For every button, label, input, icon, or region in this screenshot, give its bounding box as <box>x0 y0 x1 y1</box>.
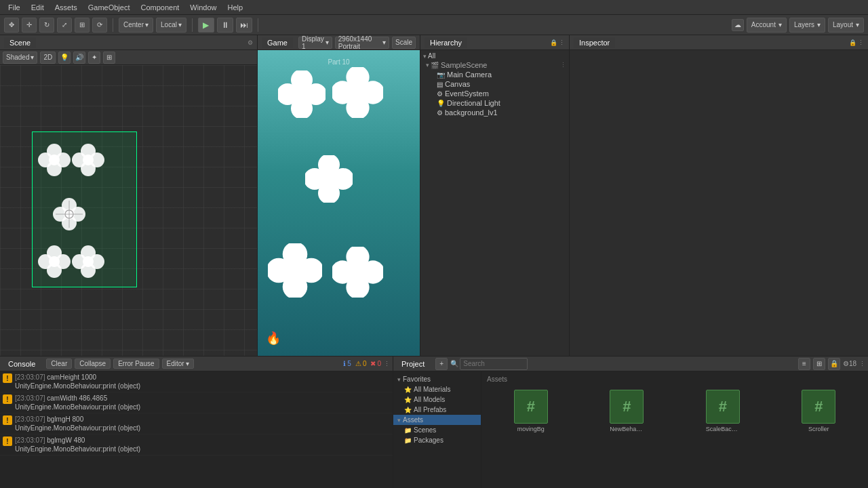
console-entry-3[interactable]: ! [23:03:07] bglmgW 480 UnityEngine.Mono… <box>0 434 393 455</box>
tab-game[interactable]: Game <box>262 37 293 48</box>
hier-eventsystem[interactable]: ⚙ EventSystem <box>420 89 569 98</box>
tab-console[interactable]: Console <box>3 359 41 369</box>
proj-assets-header[interactable]: ▾ Assets <box>393 415 481 425</box>
game-content[interactable]: Part 10 <box>258 50 420 356</box>
pivot-label: Center <box>123 21 144 28</box>
proj-all-prefabs[interactable]: ⭐ All Prefabs <box>393 405 481 415</box>
scene-toolbar: Shaded▾ 2D 💡 🔊 ✦ ⊞ <box>0 50 257 65</box>
create-button[interactable]: + <box>435 358 448 370</box>
2d-toggle[interactable]: 2D <box>40 52 56 64</box>
account-dropdown[interactable]: Account▾ <box>747 18 787 33</box>
hier-canvas[interactable]: ▤ Canvas <box>420 79 569 89</box>
play-button[interactable]: ▶ <box>198 18 214 33</box>
layout-label: Layout <box>833 21 853 28</box>
tab-hierarchy[interactable]: Hierarchy <box>425 37 467 48</box>
console-panel: Console Clear Collapse Error Pause Edito… <box>0 357 393 488</box>
layers-dropdown[interactable]: Layers▾ <box>789 18 825 33</box>
hier-main-camera[interactable]: 📷 Main Camera <box>420 70 569 79</box>
scene-content[interactable] <box>0 65 257 356</box>
effects-btn[interactable]: ✦ <box>88 52 100 64</box>
asset-icon-newbehav: # <box>610 390 644 424</box>
asset-scroller[interactable]: # Scroller <box>772 387 866 435</box>
proj-favorites-label: Favorites <box>403 375 431 383</box>
console-text-0: [23:03:07] camHeight 1000 UnityEngine.Mo… <box>15 373 140 390</box>
menu-gameobject[interactable]: GameObject <box>83 2 136 13</box>
hier-label-canvas: Canvas <box>445 80 470 88</box>
tool-move[interactable]: ✛ <box>22 18 37 33</box>
tool-rotate[interactable]: ↻ <box>39 18 54 33</box>
project-search[interactable] <box>460 358 528 370</box>
gizmos-btn[interactable]: ⊞ <box>103 52 115 64</box>
tool-hand[interactable]: ✥ <box>4 18 19 33</box>
console-entry-1[interactable]: ! [23:03:07] camWidth 486.4865 UnityEngi… <box>0 392 393 413</box>
svg-point-22 <box>49 256 60 267</box>
tab-inspector[interactable]: Inspector <box>574 37 615 48</box>
project-lock-btn[interactable]: 🔒 <box>828 358 840 370</box>
proj-scenes[interactable]: 📁 Scenes <box>393 425 481 435</box>
console-options[interactable]: ⋮ <box>384 361 390 367</box>
menu-assets[interactable]: Assets <box>50 2 83 13</box>
tool-rect[interactable]: ⊞ <box>75 18 90 33</box>
badge-info: ℹ 5 <box>343 360 351 367</box>
cloud-icon[interactable]: ☁ <box>732 19 744 31</box>
asset-movingbg[interactable]: # movingBg <box>484 387 578 435</box>
shading-label: Shaded <box>6 54 29 61</box>
svg-point-4 <box>49 155 60 165</box>
layout-dropdown[interactable]: Layout▾ <box>828 18 864 33</box>
console-entry-0[interactable]: ! [23:03:07] camHeight 1000 UnityEngine.… <box>0 371 393 392</box>
menu-component[interactable]: Component <box>135 2 184 13</box>
badge-error: ✖ 0 <box>370 360 381 367</box>
collapse-button[interactable]: Collapse <box>75 359 111 369</box>
asset-newbehav[interactable]: # NewBehav... <box>580 387 674 435</box>
hier-dirlight[interactable]: 💡 Directional Light <box>420 98 569 108</box>
console-entry-2[interactable]: ! [23:03:07] bglmgH 800 UnityEngine.Mono… <box>0 413 393 434</box>
hier-background[interactable]: ⚙ background_lv1 <box>420 108 569 117</box>
inspector-header: Inspector 🔒 ⋮ <box>570 35 868 50</box>
view-list-btn[interactable]: ≡ <box>798 358 810 370</box>
pause-button[interactable]: ⏸ <box>217 18 233 33</box>
hier-scene-name: SampleScene <box>441 61 488 69</box>
scene-object-3 <box>37 245 71 279</box>
tab-scene[interactable]: Scene <box>4 37 36 48</box>
proj-all-materials[interactable]: ⭐ All Materials <box>393 384 481 394</box>
error-pause-button[interactable]: Error Pause <box>113 359 159 369</box>
proj-all-models[interactable]: ⭐ All Models <box>393 394 481 405</box>
hierarchy-panel: Hierarchy 🔒 ⋮ ▾ All ▾ 🎬 SampleScene ⋮ 📷 <box>420 35 570 356</box>
resolution-dropdown[interactable]: 2960x1440 Portrait▾ <box>335 37 389 49</box>
game-fire-icon: 🔥 <box>266 331 281 346</box>
hierarchy-header: Hierarchy 🔒 ⋮ <box>420 35 569 50</box>
pivot-button[interactable]: Center▾ <box>119 18 153 33</box>
hier-all[interactable]: ▾ All <box>420 52 569 60</box>
tab-project[interactable]: Project <box>396 359 430 369</box>
editor-button[interactable]: Editor ▾ <box>162 359 195 369</box>
shading-dropdown[interactable]: Shaded▾ <box>3 52 37 64</box>
svg-point-32 <box>294 86 310 102</box>
sep3 <box>258 18 258 32</box>
display-dropdown[interactable]: Display 1▾ <box>298 37 332 49</box>
audio-btn[interactable]: 🔊 <box>73 52 85 64</box>
svg-point-42 <box>321 171 337 187</box>
menu-edit[interactable]: Edit <box>26 2 50 13</box>
step-button[interactable]: ⏭ <box>236 18 252 33</box>
scale-control[interactable]: Scale <box>392 37 416 49</box>
asset-scaleback[interactable]: # ScaleBack... <box>676 387 770 435</box>
console-text-3: [23:03:07] bglmgW 480 UnityEngine.MonoBe… <box>15 436 140 453</box>
clear-button[interactable]: Clear <box>46 359 72 369</box>
view-grid-btn[interactable]: ⊞ <box>813 358 825 370</box>
lighting-btn[interactable]: 💡 <box>58 52 71 64</box>
scene-header: Scene ⚙ <box>0 35 257 50</box>
menu-window[interactable]: Window <box>184 2 222 13</box>
project-options[interactable]: ⋮ <box>859 361 865 367</box>
project-count: ⚙18 <box>843 360 856 367</box>
proj-packages[interactable]: 📁 Packages <box>393 435 481 445</box>
menu-help[interactable]: Help <box>222 2 248 13</box>
space-button[interactable]: Local▾ <box>156 18 186 33</box>
proj-favorites-header[interactable]: ▾ Favorites <box>393 374 481 384</box>
tool-scale[interactable]: ⤢ <box>57 18 72 33</box>
hier-label-background: background_lv1 <box>445 108 498 117</box>
tool-transform[interactable]: ⟳ <box>92 18 107 33</box>
menu-file[interactable]: File <box>3 2 26 13</box>
hier-scene-root[interactable]: ▾ 🎬 SampleScene ⋮ <box>420 60 569 70</box>
assets-grid: # movingBg # NewBehav... # ScaleBack... … <box>484 387 865 435</box>
proj-all-models-label: All Models <box>414 396 445 403</box>
